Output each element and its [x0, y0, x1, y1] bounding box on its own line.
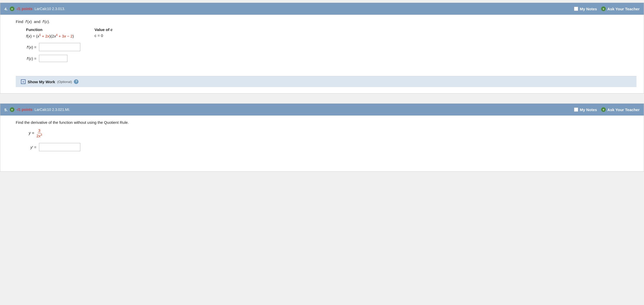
fprime-c-input[interactable] [39, 55, 67, 62]
my-notes-label-5: My Notes [580, 108, 597, 112]
problem-4-header-left: 4. + -/1 points LarCalc10 2.3.013. [4, 6, 65, 11]
problem-5-body: Find the derivative of the function with… [0, 116, 644, 171]
my-notes-button-4[interactable]: My Notes [574, 7, 597, 11]
problem-5: 5. + -/1 points LarCalc10 2.3.021.MI. My… [0, 103, 644, 172]
problem-5-number: 5. [4, 108, 8, 112]
fprime-c-label: f′(c) = [16, 56, 36, 61]
function-header: Function [26, 27, 74, 32]
problem-4-header-right: My Notes + Ask Your Teacher [574, 6, 640, 11]
problem-4-points: -/1 points [17, 7, 33, 11]
show-work-expand-icon: + [21, 79, 26, 84]
ask-teacher-plus-icon-5: + [601, 107, 606, 112]
problem-5-header-right: My Notes + Ask Your Teacher [574, 107, 640, 112]
yprime-row: y′ = [16, 143, 637, 151]
function-value: f(x) = (x5 + 2x)(2x4 + 3x − 2) [26, 33, 74, 38]
ask-teacher-button-4[interactable]: + Ask Your Teacher [601, 6, 640, 11]
value-col: Value of c c = 0 [95, 27, 113, 38]
problem-4-body: Find f′(x) and f′(c). Function f(x) = (x… [0, 15, 644, 93]
ask-teacher-label-4: Ask Your Teacher [607, 7, 640, 11]
problem-4-course: LarCalc10 2.3.013. [35, 7, 65, 11]
problem-5-instruction: Find the derivative of the function with… [16, 120, 637, 125]
problem-5-header-left: 5. + -/1 points LarCalc10 2.3.021.MI. [4, 107, 70, 112]
ask-teacher-plus-icon: + [601, 6, 606, 11]
frac-numerator: 3 [38, 128, 41, 133]
value-expr: c = 0 [95, 33, 113, 38]
problem-4: 4. + -/1 points LarCalc10 2.3.013. My No… [0, 3, 644, 94]
my-notes-label-4: My Notes [580, 7, 597, 11]
problem-5-points: -/1 points [17, 108, 33, 112]
problem-4-header: 4. + -/1 points LarCalc10 2.3.013. My No… [0, 3, 644, 15]
ask-teacher-label-5: Ask Your Teacher [607, 108, 640, 112]
note-icon [574, 7, 578, 11]
value-header: Value of c [95, 27, 113, 32]
function-col: Function f(x) = (x5 + 2x)(2x4 + 3x − 2) [26, 27, 74, 38]
fraction-display: 3 2x3 [36, 128, 43, 138]
gap [0, 96, 644, 101]
plus-circle-icon: + [10, 6, 14, 11]
problem-4-number: 4. [4, 7, 8, 11]
yprime-label: y′ = [16, 145, 36, 149]
help-icon-4[interactable]: ? [74, 79, 78, 84]
problem-4-instruction: Find f′(x) and f′(c). [16, 19, 637, 24]
plus-circle-icon-5: + [10, 107, 14, 112]
fprime-x-row: f′(x) = [16, 43, 637, 51]
show-work-optional-4: (Optional) [57, 80, 72, 84]
note-icon-5 [574, 108, 578, 112]
fprime-x-input[interactable] [39, 43, 80, 51]
fprime-c-row: f′(c) = [16, 55, 637, 62]
frac-denominator: 2x3 [36, 133, 43, 138]
problem-5-course: LarCalc10 2.3.021.MI. [35, 108, 70, 112]
show-work-bar-4[interactable]: + Show My Work (Optional) ? [16, 76, 637, 87]
my-notes-button-5[interactable]: My Notes [574, 108, 597, 112]
function-table: Function f(x) = (x5 + 2x)(2x4 + 3x − 2) … [26, 27, 637, 38]
ask-teacher-button-5[interactable]: + Ask Your Teacher [601, 107, 640, 112]
function-5-display: y = 3 2x3 [29, 128, 637, 138]
show-work-label-4: Show My Work [28, 80, 55, 84]
yprime-input[interactable] [39, 143, 80, 151]
problem-5-header: 5. + -/1 points LarCalc10 2.3.021.MI. My… [0, 104, 644, 116]
fprime-x-label: f′(x) = [16, 45, 36, 49]
